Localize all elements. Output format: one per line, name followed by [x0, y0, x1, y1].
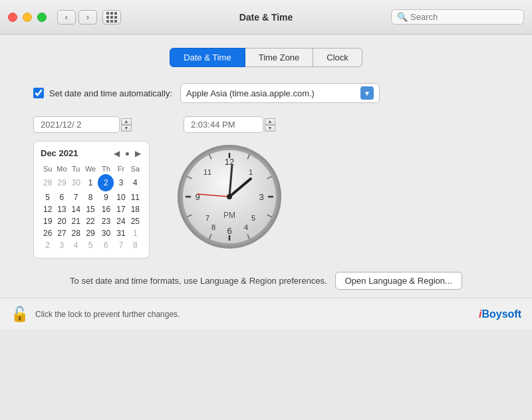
- search-input[interactable]: [410, 12, 518, 22]
- calendar-dot-button[interactable]: ●: [124, 149, 131, 158]
- auto-set-row: Set date and time automatically: Apple A…: [27, 83, 505, 103]
- calendar-day[interactable]: 7: [114, 239, 128, 251]
- minimize-button[interactable]: [23, 13, 32, 22]
- apps-grid-button[interactable]: [102, 10, 121, 25]
- lock-icon[interactable]: 🔓: [11, 306, 29, 323]
- tab-date-time[interactable]: Date & Time: [170, 48, 245, 67]
- time-input[interactable]: 2:03:44 PM: [184, 116, 263, 133]
- calendar-day[interactable]: 15: [83, 203, 98, 215]
- close-button[interactable]: [8, 13, 17, 22]
- clock-svg: 12 3 6 9 1 5 7 11 4 8 PM: [176, 144, 283, 250]
- search-icon: 🔍: [397, 12, 408, 22]
- calendar-day[interactable]: 5: [83, 239, 98, 251]
- auto-set-checkbox[interactable]: [33, 88, 44, 98]
- calendar-day[interactable]: 22: [83, 215, 98, 227]
- svg-text:8: 8: [211, 223, 215, 231]
- auto-set-label: Set date and time automatically:: [49, 88, 172, 98]
- tab-clock[interactable]: Clock: [313, 48, 362, 67]
- calendar-day[interactable]: 16: [98, 203, 114, 215]
- calendar-month-year: Dec 2021: [41, 148, 78, 158]
- calendar-day[interactable]: 18: [128, 203, 142, 215]
- bottom-text: To set date and time formats, use Langua…: [70, 276, 327, 286]
- calendar-day[interactable]: 8: [83, 191, 98, 203]
- calendar-day[interactable]: 10: [114, 191, 128, 203]
- search-box[interactable]: 🔍: [391, 9, 524, 25]
- calendar-day[interactable]: 27: [55, 227, 68, 239]
- calendar-day[interactable]: 7: [69, 191, 83, 203]
- calendar-day[interactable]: 30: [98, 227, 114, 239]
- forward-button[interactable]: ›: [78, 10, 97, 25]
- svg-point-28: [227, 194, 232, 199]
- server-name: Apple Asia (time.asia.apple.com.): [186, 88, 360, 98]
- svg-text:1: 1: [249, 168, 253, 176]
- date-input-row: 2021/12/ 2 ▲ ▼: [33, 116, 150, 133]
- calendar-day[interactable]: 28: [41, 174, 55, 191]
- calendar-day[interactable]: 2: [41, 239, 55, 251]
- calendar-day[interactable]: 13: [55, 203, 68, 215]
- calendar-day[interactable]: 23: [98, 215, 114, 227]
- calendar-day[interactable]: 6: [98, 239, 114, 251]
- calendar-next-button[interactable]: ▶: [134, 149, 142, 158]
- clock-area: 2:03:44 PM ▲ ▼: [176, 116, 283, 250]
- calendar-day[interactable]: 29: [83, 227, 98, 239]
- brand-logo: iBoysoft: [479, 308, 521, 320]
- time-stepper-up[interactable]: ▲: [265, 118, 275, 125]
- svg-text:6: 6: [227, 226, 231, 236]
- svg-text:11: 11: [203, 168, 211, 176]
- dropdown-arrow-icon: ▼: [360, 86, 374, 100]
- svg-text:4: 4: [244, 223, 248, 231]
- calendar-nav: ◀ ● ▶: [112, 149, 142, 158]
- svg-text:5: 5: [251, 214, 255, 222]
- date-input[interactable]: 2021/12/ 2: [33, 116, 120, 133]
- calendar-day[interactable]: 11: [128, 191, 142, 203]
- date-stepper-down[interactable]: ▼: [121, 125, 132, 132]
- calendar-day[interactable]: 19: [41, 215, 55, 227]
- date-stepper: ▲ ▼: [121, 118, 132, 132]
- calendar-day[interactable]: 3: [114, 174, 128, 191]
- svg-text:9: 9: [195, 192, 200, 202]
- calendar-day[interactable]: 9: [98, 191, 114, 203]
- time-input-row: 2:03:44 PM ▲ ▼: [184, 116, 275, 133]
- calendar-day[interactable]: 25: [128, 215, 142, 227]
- calendar-day[interactable]: 4: [69, 239, 83, 251]
- calendar-day[interactable]: 28: [69, 227, 83, 239]
- traffic-lights: [8, 13, 47, 22]
- calendar-day[interactable]: 3: [55, 239, 68, 251]
- calendar-day[interactable]: 6: [55, 191, 68, 203]
- calendar-day[interactable]: 21: [69, 215, 83, 227]
- calendar-day[interactable]: 24: [114, 215, 128, 227]
- tab-time-zone[interactable]: Time Zone: [245, 48, 314, 67]
- calendar-day[interactable]: 1: [128, 227, 142, 239]
- calendar-day[interactable]: 8: [128, 239, 142, 251]
- calendar-day[interactable]: 12: [41, 203, 55, 215]
- analog-clock: 12 3 6 9 1 5 7 11 4 8 PM: [176, 144, 283, 250]
- nav-buttons: ‹ ›: [57, 10, 97, 25]
- calendar-day[interactable]: 17: [114, 203, 128, 215]
- calendar-day[interactable]: 5: [41, 191, 55, 203]
- back-button[interactable]: ‹: [57, 10, 76, 25]
- calendar-day[interactable]: 26: [41, 227, 55, 239]
- date-stepper-up[interactable]: ▲: [121, 118, 132, 125]
- time-stepper-down[interactable]: ▼: [265, 125, 275, 132]
- calendar-area: 2021/12/ 2 ▲ ▼ Dec 2021 ◀ ● ▶: [33, 116, 150, 259]
- grid-icon: [106, 12, 117, 23]
- calendar-day[interactable]: 1: [83, 174, 98, 191]
- bottom-bar: To set date and time formats, use Langua…: [27, 259, 505, 298]
- svg-text:7: 7: [205, 214, 209, 222]
- calendar-day[interactable]: 30: [69, 174, 83, 191]
- calendar-day[interactable]: 4: [128, 174, 142, 191]
- calendar-day[interactable]: 20: [55, 215, 68, 227]
- server-dropdown[interactable]: Apple Asia (time.asia.apple.com.) ▼: [180, 83, 380, 103]
- titlebar: ‹ › Date & Time 🔍: [0, 0, 532, 35]
- open-region-button[interactable]: Open Language & Region...: [335, 272, 462, 290]
- brand-name: Boysoft: [481, 308, 521, 320]
- calendar-day[interactable]: 14: [69, 203, 83, 215]
- calendar-prev-button[interactable]: ◀: [112, 149, 121, 158]
- calendar: Dec 2021 ◀ ● ▶ SuMoTuWeThFrSa 2829301234…: [33, 141, 150, 259]
- calendar-day[interactable]: 2: [98, 174, 114, 191]
- calendar-day[interactable]: 29: [55, 174, 68, 191]
- calendar-day[interactable]: 31: [114, 227, 128, 239]
- calendar-header: Dec 2021 ◀ ● ▶: [41, 148, 142, 158]
- maximize-button[interactable]: [37, 13, 47, 22]
- svg-text:3: 3: [259, 192, 263, 202]
